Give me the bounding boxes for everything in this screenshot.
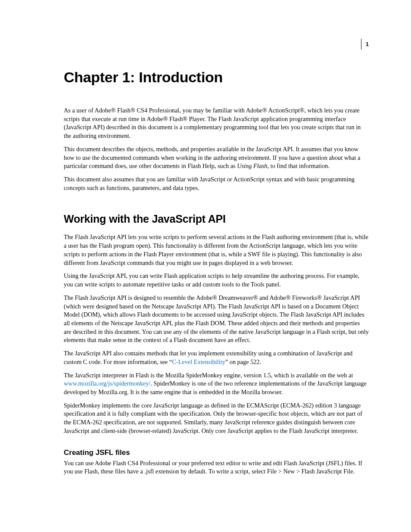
section1-paragraph-4: The JavaScript API also contains methods… (64, 349, 369, 366)
section1-paragraph-6: SpiderMonkey implements the core JavaScr… (64, 401, 369, 436)
section1-paragraph-2: Using the JavaScript API, you can write … (64, 272, 369, 289)
document-page: 1 Chapter 1: Introduction As a user of A… (0, 0, 411, 532)
section1-paragraph-5: The JavaScript interpreter in Flash is t… (64, 371, 369, 397)
section1-p4-text-b: ” on page 522. (225, 358, 261, 365)
intro-paragraph-3: This document also assumes that you are … (64, 175, 369, 192)
link-c-level-extensibility[interactable]: C-Level Extensibility (172, 358, 225, 365)
section1-paragraph-3: The Flash JavaScript API is designed to … (64, 294, 369, 345)
page-number: 1 (361, 39, 369, 50)
subsection1-paragraph-1: You can use Adobe Flash CS4 Professional… (64, 459, 369, 476)
intro-paragraph-1: As a user of Adobe® Flash® CS4 Professio… (64, 106, 369, 140)
section1-p5-text-a: The JavaScript interpreter in Flash is t… (64, 372, 353, 379)
intro-p2-emphasis: Using Flash (237, 162, 267, 169)
link-spidermonkey-url[interactable]: www.mozilla.org/js/spidermonkey/ (64, 380, 150, 387)
section1-paragraph-1: The Flash JavaScript API lets you write … (64, 233, 369, 267)
intro-paragraph-2: This document describes the objects, met… (64, 145, 369, 171)
chapter-title: Chapter 1: Introduction (64, 69, 369, 86)
section-title-working-with-api: Working with the JavaScript API (64, 213, 369, 225)
intro-p2-text-b: , to find that information. (268, 162, 330, 169)
subsection-title-creating-jsfl: Creating JSFL files (64, 448, 369, 457)
